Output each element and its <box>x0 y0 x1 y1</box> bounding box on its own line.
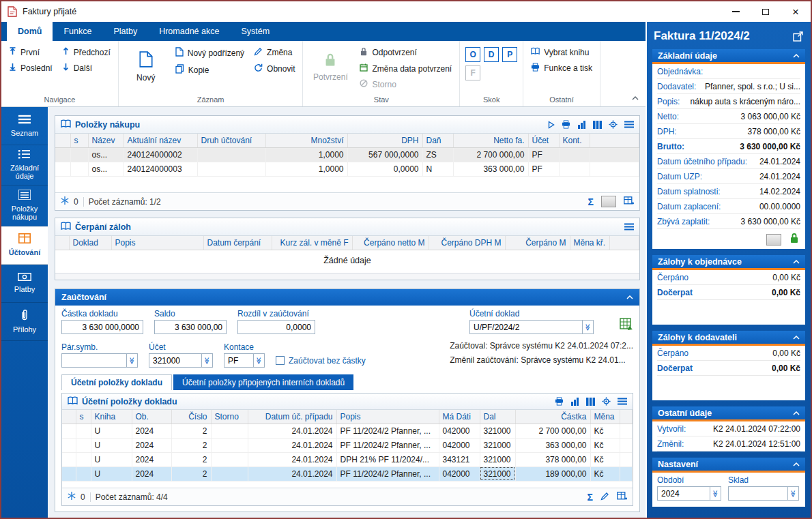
expand-panel-icon[interactable] <box>793 31 804 42</box>
filter-button[interactable] <box>601 196 616 207</box>
maximize-button[interactable] <box>751 1 781 22</box>
dropdown-button[interactable]: ≫ <box>126 353 138 368</box>
dropdown-button[interactable]: ≫ <box>253 353 265 368</box>
status-button[interactable] <box>766 234 781 246</box>
difference-input[interactable]: 0,0000 <box>237 320 315 334</box>
col-dal[interactable]: Dal <box>480 410 515 424</box>
col-aktualni-nazev[interactable]: Aktuální název <box>124 134 197 147</box>
section-header[interactable]: Zálohy k objednávce <box>652 255 805 270</box>
jump-o-button[interactable]: O <box>465 47 480 62</box>
col-datum-cerpani[interactable]: Datum čerpání <box>203 236 272 250</box>
change-confirm-date-button[interactable]: Změna data potvrzení <box>358 63 454 74</box>
journal-edit-icon[interactable] <box>620 318 633 334</box>
warehouse-combo[interactable]: ≫ <box>728 486 799 501</box>
col-kont[interactable]: Kont. <box>559 134 590 147</box>
copy-button[interactable]: Kopie <box>173 63 246 76</box>
col-kurz[interactable]: Kurz zál. v měně F <box>272 236 352 250</box>
col-popis[interactable]: Popis <box>336 410 439 424</box>
sum-icon[interactable]: Σ <box>588 492 593 503</box>
tab-platby[interactable]: Platby <box>102 22 148 41</box>
chart-icon[interactable] <box>570 398 579 406</box>
columns-icon[interactable] <box>586 398 595 406</box>
change-button[interactable]: Změna <box>252 46 297 59</box>
gear-icon[interactable] <box>602 397 611 406</box>
tab-ucetni-polozky-internich-dokladu[interactable]: Účetní položky připojených interních dok… <box>173 374 353 390</box>
horizontal-scrollbar[interactable] <box>55 273 639 280</box>
col-cerpano-netto[interactable]: Čerpáno netto M <box>352 236 429 250</box>
table-row[interactable]: U 2024 2 24.01.2024 PF 11/2024/2 Pfanner… <box>62 438 633 452</box>
accounting-document-combo[interactable]: U/PF/2024/2 ≫ <box>469 320 594 334</box>
tab-system[interactable]: Systém <box>230 22 280 41</box>
tab-domu[interactable]: Domů <box>7 22 53 41</box>
account-combo[interactable]: 321000 ≫ <box>149 353 213 368</box>
col-castka[interactable]: Částka <box>515 410 590 424</box>
section-header[interactable]: Základní údaje <box>652 49 805 64</box>
table-row[interactable]: U 2024 2 24.01.2024 PF 11/2024/2 Pfanner… <box>62 424 633 438</box>
minimize-button[interactable] <box>721 1 751 22</box>
col-ob[interactable]: Ob. <box>132 410 171 424</box>
chart-icon[interactable] <box>577 121 586 129</box>
tab-ucetni-polozky-dokladu[interactable]: Účetní položky dokladu <box>61 374 172 390</box>
table-row[interactable]: os... 240124000002 1,0000 567 000,0000 Z… <box>55 147 639 162</box>
jump-d-button[interactable]: D <box>484 47 499 62</box>
menu-icon[interactable] <box>618 398 627 405</box>
jump-p-button[interactable]: P <box>502 47 517 62</box>
first-button[interactable]: První <box>7 46 55 58</box>
pairing-symbol-combo[interactable]: ≫ <box>61 353 138 368</box>
col-s[interactable]: s <box>76 410 91 424</box>
sidebar-item-platby[interactable]: Platby <box>1 265 48 303</box>
sidebar-item-zakladni-udaje[interactable]: Základní údaje <box>1 145 48 186</box>
section-header[interactable]: Nastavení <box>652 458 805 473</box>
dropdown-button[interactable]: ≫ <box>710 486 721 501</box>
last-button[interactable]: Poslední <box>7 62 55 74</box>
table-row[interactable]: U 2024 2 24.01.2024 DPH 21% PF 11/2024/.… <box>62 452 633 466</box>
col-mnozstvi[interactable]: Množství <box>265 134 347 147</box>
close-button[interactable]: × <box>781 1 811 22</box>
col-datum[interactable]: Datum úč. případu <box>248 410 336 424</box>
functions-print-button[interactable]: Funkce a tisk <box>529 62 594 74</box>
printer-icon[interactable] <box>562 120 570 129</box>
col-madati[interactable]: Má Dáti <box>439 410 480 424</box>
unconfirm-button[interactable]: Odpotvrzení <box>358 46 454 59</box>
sidebar-item-polozky-nakupu[interactable]: Položky nákupu <box>1 186 48 226</box>
menu-icon[interactable] <box>624 121 634 128</box>
collapse-icon[interactable] <box>626 295 633 299</box>
sidebar-item-uctovani[interactable]: Účtování <box>1 226 48 265</box>
col-mena-kr[interactable]: Měna kř. <box>570 236 609 250</box>
section-header[interactable]: Ostatní údaje <box>652 406 805 421</box>
pencil-icon[interactable] <box>600 492 609 503</box>
posting-key-combo[interactable]: PF ≫ <box>224 353 265 368</box>
col-cerpano-m[interactable]: Čerpáno M <box>505 236 570 250</box>
col-mena[interactable]: Měna <box>590 410 620 424</box>
dropdown-button[interactable]: ≫ <box>582 320 594 334</box>
col-kniha[interactable]: Kniha <box>91 410 132 424</box>
select-book-button[interactable]: Vybrat knihu <box>529 46 594 58</box>
period-combo[interactable]: 2024 ≫ <box>657 486 721 501</box>
post-without-amount-checkbox[interactable]: Zaúčtovat bez částky <box>276 353 366 368</box>
grid-settings-icon[interactable] <box>624 196 634 207</box>
col-storno[interactable]: Storno <box>211 410 248 424</box>
tab-funkce[interactable]: Funkce <box>53 22 102 41</box>
col-nazev[interactable]: Název <box>88 134 124 147</box>
col-doklad[interactable]: Doklad <box>69 236 111 250</box>
section-header[interactable]: Zálohy k dodavateli <box>652 331 805 346</box>
col-druh-uctovani[interactable]: Druh účtování <box>197 134 265 147</box>
ribbon-collapse-button[interactable] <box>632 91 639 103</box>
sidebar-item-prilohy[interactable]: Přílohy <box>1 303 48 341</box>
col-popis[interactable]: Popis <box>111 236 203 250</box>
col-dph[interactable]: DPH <box>347 134 422 147</box>
sidebar-item-seznam[interactable]: Seznam <box>1 107 48 145</box>
dropdown-button[interactable]: ≫ <box>201 353 213 368</box>
new-child-button[interactable]: Nový podřízený <box>173 46 246 59</box>
columns-icon[interactable] <box>593 121 602 129</box>
printer-icon[interactable] <box>555 397 564 406</box>
sum-icon[interactable]: Σ <box>588 196 594 207</box>
col-ucet[interactable]: Účet <box>528 134 559 147</box>
refresh-button[interactable]: Obnovit <box>252 63 297 75</box>
play-icon[interactable] <box>548 121 555 129</box>
col-dan[interactable]: Daň <box>422 134 453 147</box>
saldo-input[interactable]: 3 630 000,00 <box>154 320 227 334</box>
tab-hromadne-akce[interactable]: Hromadné akce <box>148 22 230 41</box>
col-s[interactable]: s <box>70 134 88 147</box>
col-netto-fa[interactable]: Netto fa. <box>453 134 528 147</box>
